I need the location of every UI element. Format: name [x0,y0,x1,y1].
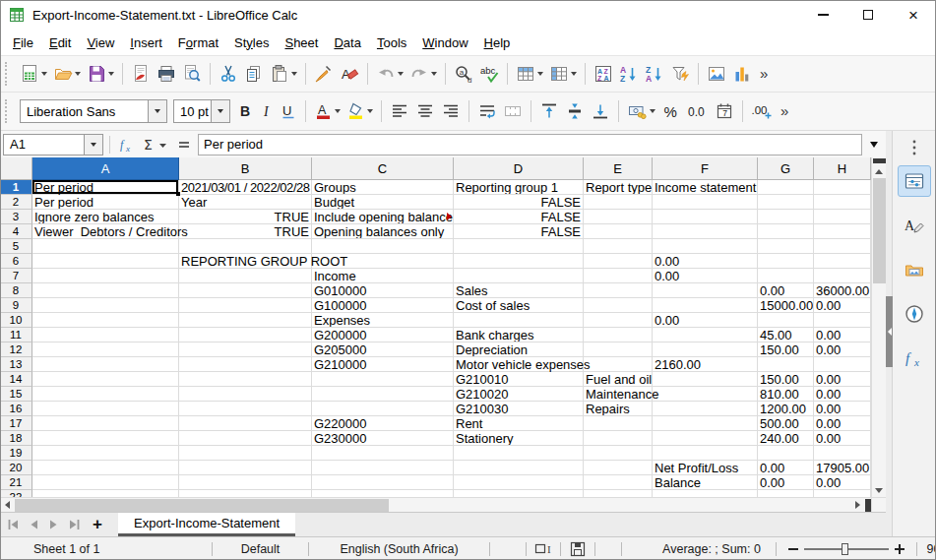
cell-F18[interactable] [653,431,758,446]
insert-column-button[interactable] [546,62,580,86]
cell-D19[interactable] [454,446,584,461]
toolbar-grip[interactable] [5,99,12,123]
center-vertically-button[interactable] [562,99,588,123]
cell-F3[interactable] [653,210,758,224]
zoom-slider[interactable] [777,537,916,560]
cell-E3[interactable] [584,210,653,224]
cell-F4[interactable] [653,224,758,239]
cell-H16[interactable]: 0.00 [814,402,871,416]
cell-C7[interactable]: Income [312,269,454,283]
align-top-button[interactable] [536,99,562,123]
cell-H15[interactable]: 0.00 [814,387,871,402]
menu-file[interactable]: File [5,31,41,54]
zoom-slider-handle[interactable] [842,543,848,555]
clear-formatting-button[interactable]: A [337,62,362,86]
add-sheet-button[interactable]: + [85,513,110,536]
row-header-10[interactable]: 10 [0,313,32,328]
selection-mode-button[interactable]: I [527,537,560,560]
cell-C10[interactable]: Expenses [312,313,454,328]
cell-H5[interactable] [814,239,871,254]
cell-G7[interactable] [758,269,814,283]
column-header-H[interactable]: H [814,157,871,180]
row-header-19[interactable]: 19 [0,446,32,461]
cell-C2[interactable]: Budget [312,195,454,210]
cell-A2[interactable]: Per period [32,195,179,210]
menu-format[interactable]: Format [170,31,226,54]
cell-B4[interactable]: TRUE [179,224,312,239]
document-modified-button[interactable] [561,537,594,560]
cell-E1[interactable]: Report type [584,180,653,195]
add-decimal-button[interactable]: .00 [748,99,776,123]
menu-help[interactable]: Help [476,31,519,54]
cell-A22[interactable] [32,490,179,497]
cell-G1[interactable] [758,180,814,195]
align-bottom-button[interactable] [588,99,613,123]
column-header-G[interactable]: G [758,157,814,180]
cell-E17[interactable] [584,416,653,431]
cell-E18[interactable] [584,431,653,446]
scroll-up-button[interactable] [875,164,883,178]
cell-H12[interactable]: 0.00 [814,342,871,357]
font-name-combo[interactable]: Liberation Sans [20,99,167,123]
sidebar-tab-functions[interactable]: fx [898,342,931,374]
cell-A1[interactable]: Per period [32,180,179,195]
menu-styles[interactable]: Styles [226,31,277,54]
column-header-D[interactable]: D [454,157,584,180]
row-header-4[interactable]: 4 [0,224,32,239]
cell-E13[interactable] [584,357,653,372]
cell-G2[interactable] [758,195,814,210]
cell-H2[interactable] [814,195,871,210]
font-color-button[interactable]: A [311,99,343,123]
signature-status[interactable] [595,537,621,560]
cell-D5[interactable] [454,239,584,254]
cell-D12[interactable]: Depreciation [454,342,584,357]
cell-A17[interactable] [32,416,179,431]
menu-window[interactable]: Window [414,31,475,54]
cell-C1[interactable]: Groups [312,180,454,195]
cell-C22[interactable] [312,490,454,497]
cell-C11[interactable]: G200000 [312,328,454,342]
cell-E10[interactable] [584,313,653,328]
scroll-down-button[interactable] [875,483,883,497]
last-sheet-button[interactable] [64,519,85,530]
row-header-12[interactable]: 12 [0,342,32,357]
cell-E11[interactable] [584,328,653,342]
cell-D6[interactable] [454,254,584,269]
cell-A8[interactable] [32,283,179,298]
sidebar-tab-gallery[interactable] [898,254,931,285]
minimize-button[interactable] [800,0,845,30]
cell-C9[interactable]: G100000 [312,298,454,313]
column-header-A[interactable]: A [32,157,179,180]
cell-G8[interactable]: 0.00 [758,283,814,298]
cell-H1[interactable] [814,180,871,195]
cell-G10[interactable] [758,313,814,328]
align-center-button[interactable] [412,99,438,123]
dropdown-arrow-icon[interactable] [537,72,543,76]
row-header-5[interactable]: 5 [0,239,32,254]
row-header-9[interactable]: 9 [0,298,32,313]
format-percent-button[interactable]: % [658,99,684,123]
cell-B3[interactable]: TRUE [179,210,312,224]
cell-H3[interactable] [814,210,871,224]
cell-H8[interactable]: 36000.00 [814,283,871,298]
cell-D14[interactable]: G210010 [454,372,584,387]
cell-H14[interactable]: 0.00 [814,372,871,387]
cell-G21[interactable]: 0.00 [758,475,814,490]
menu-sheet[interactable]: Sheet [277,31,326,54]
sheet-info[interactable]: Sheet 1 of 1 [0,537,212,560]
vertical-scroll-thumb[interactable] [873,178,886,283]
cell-A18[interactable] [32,431,179,446]
cell-F14[interactable] [653,372,758,387]
cell-D21[interactable] [454,475,584,490]
cell-F16[interactable] [653,402,758,416]
cell-E12[interactable] [584,342,653,357]
cell-D10[interactable] [454,313,584,328]
sheet-tab-active[interactable]: Export-Income-Statement [118,513,295,536]
sort-button[interactable]: AZZA [591,62,616,86]
open-button[interactable] [50,62,84,86]
maximize-button[interactable] [845,0,891,30]
row-header-22[interactable]: 22 [0,490,32,497]
cell-F1[interactable]: Income statement [653,180,758,195]
sidebar-tab-styles[interactable]: A [898,210,931,241]
cell-G22[interactable] [758,490,814,497]
